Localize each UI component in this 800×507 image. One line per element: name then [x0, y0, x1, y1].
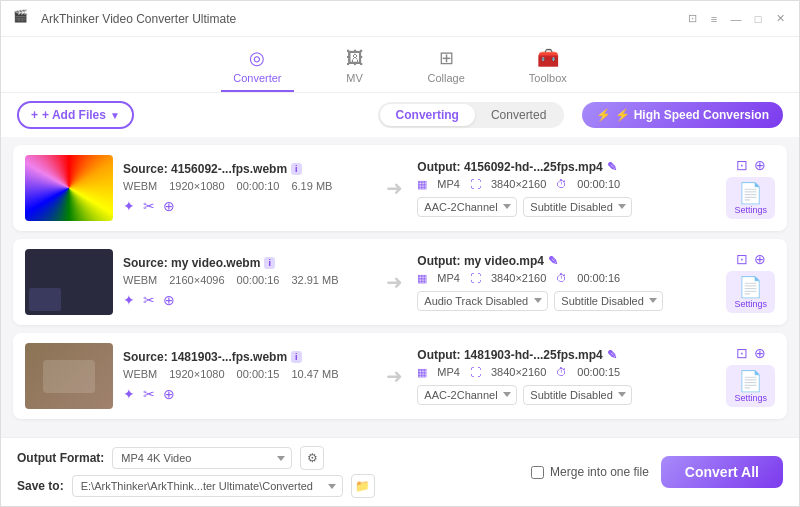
add-icon[interactable]: ⊕	[754, 157, 766, 173]
cut-icon[interactable]: ✂	[143, 386, 155, 402]
output-section: Output: 1481903-hd-...25fps.mp4 ✎ ▦ MP4 …	[417, 348, 716, 405]
status-tab-switcher: Converting Converted	[378, 102, 565, 128]
subtitle-select[interactable]: Subtitle Disabled	[523, 197, 632, 217]
file-item: Source: my video.webm i WEBM 2160×4096 0…	[13, 239, 787, 325]
mp4-icon: 📄	[738, 369, 763, 393]
add-files-label: + Add Files	[42, 108, 106, 122]
add-icon[interactable]: ⊕	[754, 345, 766, 361]
file-list: Source: 4156092-...fps.webm i WEBM 1920×…	[1, 137, 799, 437]
settings-label: Settings	[734, 299, 767, 309]
tab-mv[interactable]: 🖼 MV	[334, 44, 376, 92]
output-section: Output: my video.mp4 ✎ ▦ MP4 ⛶ 3840×2160…	[417, 254, 716, 311]
mv-icon: 🖼	[346, 48, 364, 69]
out-resolution-icon: ⛶	[470, 366, 481, 378]
file-resolution: 2160×4096	[169, 274, 224, 286]
convert-all-label: Convert All	[685, 464, 759, 480]
tab-converter[interactable]: ◎ Converter	[221, 43, 293, 92]
tab-converter-label: Converter	[233, 72, 281, 84]
audio-select[interactable]: AAC-2Channel	[417, 385, 517, 405]
window-menu-btn[interactable]: ⊡	[685, 12, 699, 26]
converter-icon: ◎	[249, 47, 265, 69]
file-format: WEBM	[123, 368, 157, 380]
mp4-icon: 📄	[738, 181, 763, 205]
file-size: 6.19 MB	[291, 180, 332, 192]
copy-icon[interactable]: ⊡	[736, 157, 748, 173]
add-files-button[interactable]: + + Add Files ▼	[17, 101, 134, 129]
copy-icon[interactable]: ⊡	[736, 345, 748, 361]
output-section: Output: 4156092-hd-...25fps.mp4 ✎ ▦ MP4 …	[417, 160, 716, 217]
add-icon[interactable]: ⊕	[754, 251, 766, 267]
settings-label: Settings	[734, 393, 767, 403]
file-duration: 00:00:10	[237, 180, 280, 192]
out-format: MP4	[437, 272, 460, 284]
convert-all-button[interactable]: Convert All	[661, 456, 783, 488]
file-duration: 00:00:15	[237, 368, 280, 380]
format-settings-icon[interactable]: ⚙	[300, 446, 324, 470]
edit-icon[interactable]: ✎	[607, 160, 617, 174]
enhance-icon[interactable]: ✦	[123, 386, 135, 402]
file-item: Source: 4156092-...fps.webm i WEBM 1920×…	[13, 145, 787, 231]
output-action-icons: ⊡ ⊕ 📄 Settings	[726, 251, 775, 313]
tab-toolbox[interactable]: 🧰 Toolbox	[517, 43, 579, 92]
bottom-right: Merge into one file Convert All	[531, 456, 783, 488]
mp4-icon: 📄	[738, 275, 763, 299]
edit-icon[interactable]: ✎	[607, 348, 617, 362]
enhance-icon[interactable]: ✦	[123, 198, 135, 214]
high-speed-button[interactable]: ⚡ ⚡ High Speed Conversion	[582, 102, 783, 128]
merge-checkbox-label[interactable]: Merge into one file	[531, 465, 649, 479]
out-duration: 00:00:16	[577, 272, 620, 284]
window-maximize-btn[interactable]: □	[751, 12, 765, 26]
window-hamburger-btn[interactable]: ≡	[707, 12, 721, 26]
app-icon: 🎬	[13, 9, 33, 29]
file-duration: 00:00:16	[237, 274, 280, 286]
collage-icon: ⊞	[439, 47, 454, 69]
edit-icon[interactable]: ✎	[548, 254, 558, 268]
info-badge: i	[264, 257, 275, 269]
subtitle-select[interactable]: Subtitle Disabled	[554, 291, 663, 311]
out-format: MP4	[437, 178, 460, 190]
subtitle-select[interactable]: Subtitle Disabled	[523, 385, 632, 405]
merge-checkbox[interactable]	[531, 466, 544, 479]
output-format-select[interactable]: MP4 4K Video	[112, 447, 292, 469]
out-duration: 00:00:15	[577, 366, 620, 378]
source-name: Source: my video.webm	[123, 256, 260, 270]
cut-icon[interactable]: ✂	[143, 198, 155, 214]
info-badge: i	[291, 351, 302, 363]
file-item: Source: 1481903-...fps.webm i WEBM 1920×…	[13, 333, 787, 419]
out-duration-icon: ⏱	[556, 178, 567, 190]
tab-collage-label: Collage	[428, 72, 465, 84]
tab-toolbox-label: Toolbox	[529, 72, 567, 84]
output-format-label: Output Format:	[17, 451, 104, 465]
cut-icon[interactable]: ✂	[143, 292, 155, 308]
out-resolution: 3840×2160	[491, 178, 546, 190]
save-to-select[interactable]: E:\ArkThinker\ArkThink...ter Ultimate\Co…	[72, 475, 343, 497]
app-title: ArkThinker Video Converter Ultimate	[41, 12, 685, 26]
file-size: 10.47 MB	[291, 368, 338, 380]
output-name-text: Output: 4156092-hd-...25fps.mp4	[417, 160, 602, 174]
effects-icon[interactable]: ⊕	[163, 198, 175, 214]
tab-mv-label: MV	[346, 72, 363, 84]
effects-icon[interactable]: ⊕	[163, 386, 175, 402]
out-resolution: 3840×2160	[491, 272, 546, 284]
out-format: MP4	[437, 366, 460, 378]
settings-card[interactable]: 📄 Settings	[726, 365, 775, 407]
out-format-icon: ▦	[417, 178, 427, 191]
converting-tab-btn[interactable]: Converting	[380, 104, 475, 126]
file-thumbnail	[25, 155, 113, 221]
folder-icon[interactable]: 📁	[351, 474, 375, 498]
out-duration-icon: ⏱	[556, 272, 567, 284]
settings-card[interactable]: 📄 Settings	[726, 177, 775, 219]
converted-tab-btn[interactable]: Converted	[475, 104, 562, 126]
window-close-btn[interactable]: ✕	[773, 12, 787, 26]
out-resolution-icon: ⛶	[470, 272, 481, 284]
tab-collage[interactable]: ⊞ Collage	[416, 43, 477, 92]
settings-card[interactable]: 📄 Settings	[726, 271, 775, 313]
file-thumbnail	[25, 343, 113, 409]
copy-icon[interactable]: ⊡	[736, 251, 748, 267]
bottom-section: Output Format: MP4 4K Video ⚙ Save to: E…	[17, 446, 515, 498]
effects-icon[interactable]: ⊕	[163, 292, 175, 308]
window-minimize-btn[interactable]: —	[729, 12, 743, 26]
audio-select[interactable]: Audio Track Disabled	[417, 291, 548, 311]
audio-select[interactable]: AAC-2Channel	[417, 197, 517, 217]
enhance-icon[interactable]: ✦	[123, 292, 135, 308]
